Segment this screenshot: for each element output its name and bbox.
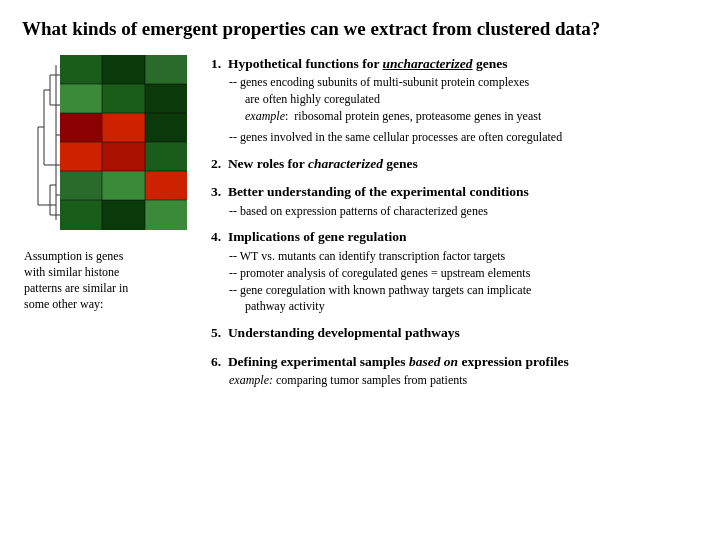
- item-3-num: 3.: [211, 184, 225, 199]
- item-3-header: 3. Better understanding of the experimen…: [211, 183, 698, 201]
- svg-rect-22: [60, 84, 102, 113]
- svg-rect-29: [102, 142, 145, 171]
- svg-rect-31: [60, 171, 102, 200]
- item-6-text-post: expression profiles: [458, 354, 569, 369]
- item-1-line-2: are often highly coregulated: [229, 91, 698, 108]
- item-1-line-1: -- genes encoding subunits of multi-subu…: [229, 74, 698, 91]
- item-2-text-pre: New roles for: [228, 156, 308, 171]
- right-column: 1. Hypothetical functions for uncharacte…: [197, 55, 698, 398]
- svg-rect-19: [60, 55, 102, 84]
- svg-rect-23: [102, 84, 145, 113]
- slide-title: What kinds of emergent properties can we…: [22, 18, 698, 41]
- item-1-num: 1.: [211, 56, 225, 71]
- item-4-line-4: pathway activity: [229, 298, 698, 315]
- item-5: 5. Understanding developmental pathways: [211, 324, 698, 344]
- item-2: 2. New roles for characterized genes: [211, 155, 698, 175]
- item-3-line-1: -- based on expression patterns of chara…: [229, 203, 698, 220]
- svg-rect-32: [102, 171, 145, 200]
- item-3: 3. Better understanding of the experimen…: [211, 183, 698, 219]
- svg-rect-34: [60, 200, 102, 230]
- svg-rect-20: [102, 55, 145, 84]
- item-1-line-3: example: ribosomal protein genes, protea…: [229, 108, 698, 125]
- item-6-text-italic: based on: [409, 354, 458, 369]
- heatmap-svg: [60, 55, 187, 230]
- item-1-example-label: example: [245, 109, 285, 123]
- svg-rect-30: [145, 142, 187, 171]
- item-6-line-1: example: comparing tumor samples from pa…: [229, 372, 698, 389]
- svg-rect-25: [60, 113, 102, 142]
- item-4-body: -- WT vs. mutants can identify transcrip…: [211, 248, 698, 315]
- item-1: 1. Hypothetical functions for uncharacte…: [211, 55, 698, 146]
- item-6-header: 6. Defining experimental samples based o…: [211, 353, 698, 371]
- item-1-body: -- genes encoding subunits of multi-subu…: [211, 74, 698, 145]
- svg-rect-27: [145, 113, 187, 142]
- item-5-text: Understanding developmental pathways: [228, 325, 460, 340]
- svg-rect-36: [145, 200, 187, 230]
- item-2-num: 2.: [211, 156, 225, 171]
- svg-rect-24: [145, 84, 187, 113]
- item-4-line-3: -- gene coregulation with known pathway …: [229, 282, 698, 299]
- item-3-text: Better understanding of the experimental…: [228, 184, 529, 199]
- assumption-text: Assumption is genes with similar histone…: [22, 248, 187, 313]
- item-1-text-italic: uncharacterized: [383, 56, 473, 71]
- left-column: Assumption is genes with similar histone…: [22, 55, 197, 398]
- svg-rect-28: [60, 142, 102, 171]
- item-4-header: 4. Implications of gene regulation: [211, 228, 698, 246]
- item-4-line-1: -- WT vs. mutants can identify transcrip…: [229, 248, 698, 265]
- item-6-num: 6.: [211, 354, 225, 369]
- svg-rect-26: [102, 113, 145, 142]
- item-2-text-italic: characterized: [308, 156, 383, 171]
- item-6-text-pre: Defining experimental samples: [228, 354, 409, 369]
- item-1-header: 1. Hypothetical functions for uncharacte…: [211, 55, 698, 73]
- item-2-text-post: genes: [383, 156, 418, 171]
- item-4: 4. Implications of gene regulation -- WT…: [211, 228, 698, 315]
- item-5-num: 5.: [211, 325, 225, 340]
- svg-rect-35: [102, 200, 145, 230]
- item-6: 6. Defining experimental samples based o…: [211, 353, 698, 389]
- item-4-text: Implications of gene regulation: [228, 229, 407, 244]
- item-3-body: -- based on expression patterns of chara…: [211, 203, 698, 220]
- dendrogram-svg: [32, 55, 60, 230]
- item-5-header: 5. Understanding developmental pathways: [211, 324, 698, 342]
- svg-rect-33: [145, 171, 187, 200]
- item-6-example-label: example:: [229, 373, 273, 387]
- slide: What kinds of emergent properties can we…: [0, 0, 720, 540]
- item-1-line-4: -- genes involved in the same cellular p…: [229, 129, 698, 146]
- heatmap-container: [32, 55, 187, 230]
- item-6-body: example: comparing tumor samples from pa…: [211, 372, 698, 389]
- item-4-num: 4.: [211, 229, 225, 244]
- item-2-header: 2. New roles for characterized genes: [211, 155, 698, 173]
- item-4-line-2: -- promoter analysis of coregulated gene…: [229, 265, 698, 282]
- svg-rect-21: [145, 55, 187, 84]
- item-1-text-pre: Hypothetical functions for: [228, 56, 383, 71]
- item-1-text-post: genes: [473, 56, 508, 71]
- content-area: Assumption is genes with similar histone…: [22, 55, 698, 398]
